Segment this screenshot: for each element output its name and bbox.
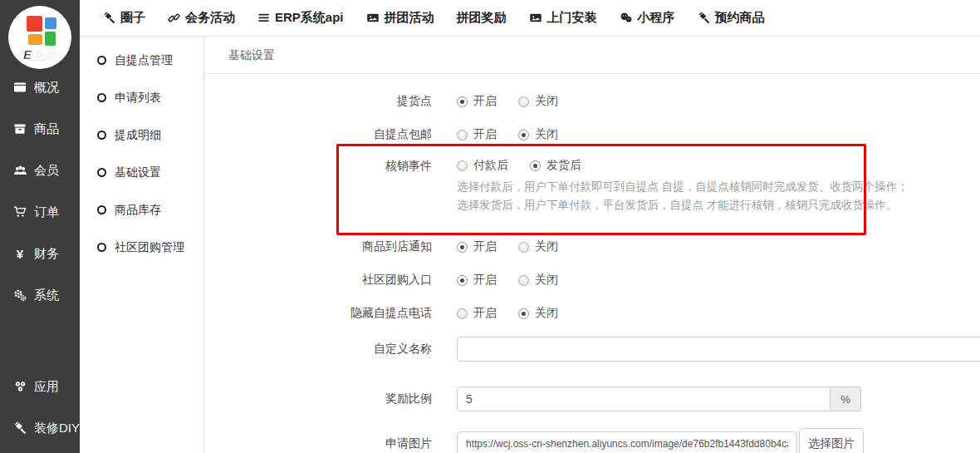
- submenu-item-pickup-management[interactable]: 自提点管理: [80, 42, 203, 79]
- radio-option-label: 开启: [473, 239, 497, 254]
- sidebar-item-label: 订单: [34, 204, 59, 220]
- link-icon: [168, 12, 180, 24]
- radio-option-on[interactable]: 开启: [457, 306, 497, 321]
- radio-option-label: 关闭: [535, 306, 558, 321]
- radio-option-label: 开启: [473, 94, 497, 109]
- radio-option-off[interactable]: 关闭: [518, 94, 558, 109]
- sidebar-item-goods[interactable]: 商品: [0, 108, 80, 150]
- radio-icon[interactable]: [518, 308, 529, 319]
- field-label: 自定义名称: [205, 342, 432, 357]
- circle-icon: [97, 56, 106, 65]
- radio-icon[interactable]: [457, 308, 468, 319]
- circle-icon: [97, 168, 106, 177]
- radio-option-after-payment[interactable]: 付款后: [457, 158, 508, 173]
- radio-icon[interactable]: [518, 275, 529, 286]
- gavel-icon: [12, 421, 27, 435]
- choose-image-button[interactable]: 选择图片: [799, 428, 864, 453]
- admin-settings-page: { "brand": { "name": "E企盈", "logo_colors…: [0, 0, 980, 453]
- apply-image-url-input[interactable]: [457, 431, 797, 453]
- image-icon: [529, 12, 542, 24]
- gavel-icon: [698, 12, 710, 24]
- submenu-item-basic-settings[interactable]: 基础设置: [80, 154, 203, 191]
- sidebar-item-label: 系统: [34, 288, 59, 303]
- bars-icon: [257, 12, 270, 24]
- topnav-item-conference-activity[interactable]: 会务活动: [168, 10, 235, 26]
- topnav-item-reserve-goods[interactable]: 预约商品: [698, 10, 765, 26]
- radio-option-on[interactable]: 开启: [457, 94, 497, 109]
- field-label: 自提点包邮: [205, 127, 432, 142]
- form-row-free-shipping: 自提点包邮 开启 关闭: [205, 118, 980, 151]
- field-label: 社区团购入口: [205, 273, 432, 288]
- radio-option-on[interactable]: 开启: [457, 239, 497, 254]
- submenu-item-label: 提成明细: [115, 128, 161, 143]
- submenu-item-label: 社区团购管理: [115, 240, 184, 255]
- gears-icon: [12, 288, 27, 302]
- radio-icon[interactable]: [518, 130, 529, 140]
- settings-form: 提货点 开启 关闭 自提点包邮 开启: [205, 74, 980, 453]
- circle-icon: [97, 205, 106, 214]
- brand-logo[interactable]: E企盈: [0, 0, 80, 75]
- radio-option-on[interactable]: 开启: [457, 127, 497, 142]
- sidebar-item-overview[interactable]: 概况: [0, 66, 80, 108]
- sidebar-item-decorate-diy[interactable]: 装修DIY: [0, 407, 80, 449]
- radio-icon[interactable]: [457, 130, 468, 140]
- radio-option-label: 开启: [473, 273, 497, 288]
- submenu-item-label: 申请列表: [115, 91, 161, 106]
- radio-option-off[interactable]: 关闭: [518, 273, 558, 288]
- brand-name: E企盈: [23, 47, 57, 62]
- submenu-item-apply-list[interactable]: 申请列表: [80, 79, 203, 116]
- image-icon: [366, 12, 380, 24]
- submenu-item-goods-stock[interactable]: 商品库存: [80, 191, 203, 229]
- radio-option-off[interactable]: 关闭: [518, 239, 558, 254]
- radio-icon[interactable]: [457, 160, 468, 171]
- topnav-item-erp-api[interactable]: ERP系统api: [257, 10, 344, 26]
- radio-icon[interactable]: [530, 160, 541, 171]
- radio-option-off[interactable]: 关闭: [518, 306, 558, 321]
- sidebar-item-members[interactable]: 会员: [0, 150, 80, 191]
- topnav-item-label: 圈子: [120, 10, 145, 26]
- secondary-menu: 自提点管理 申请列表 提成明细 基础设置 商品库存 社区团购管理: [80, 37, 204, 453]
- form-row-arrival-notice: 商品到店通知 开启 关闭: [205, 230, 980, 263]
- sidebar-item-finance[interactable]: ¥ 财务: [0, 233, 80, 274]
- radio-option-off[interactable]: 关闭: [518, 127, 558, 142]
- radio-option-label: 付款后: [473, 158, 508, 173]
- submenu-item-label: 自提点管理: [115, 53, 173, 68]
- form-row-custom-name: 自定义名称: [205, 332, 980, 366]
- submenu-item-community-group-management[interactable]: 社区团购管理: [80, 229, 203, 266]
- form-row-apply-image: 申请图片 选择图片: [205, 425, 980, 453]
- radio-icon[interactable]: [457, 242, 468, 253]
- main-sidebar: E企盈 概况 商品 会员 订单 ¥: [0, 0, 80, 453]
- radio-option-label: 开启: [473, 306, 497, 321]
- circle-icon: [97, 93, 106, 102]
- topnav-item-group-activity[interactable]: 拼团活动: [366, 10, 434, 26]
- help-text: 选择付款后，用户下单付款即可到自提点 自提，自提点核销同时完成发货、收货两个操作…: [457, 178, 909, 196]
- radio-icon[interactable]: [457, 96, 468, 107]
- sidebar-item-label: 概况: [34, 80, 59, 96]
- sidebar-item-label: 财务: [34, 246, 59, 262]
- wechat-icon: [620, 12, 633, 24]
- custom-name-input[interactable]: [457, 337, 980, 362]
- topnav-item-mini-program[interactable]: 小程序: [620, 10, 675, 26]
- radio-option-label: 开启: [473, 127, 497, 142]
- main-content: 基础设置 提货点 开启 关闭 自提点包邮 开启: [205, 37, 980, 453]
- reward-ratio-input[interactable]: [457, 387, 831, 411]
- form-row-reward-ratio: 奖励比例 %: [205, 382, 980, 416]
- topnav-item-door-install[interactable]: 上门安装: [529, 10, 597, 26]
- percent-addon: %: [831, 387, 861, 411]
- sidebar-item-label: 会员: [34, 163, 59, 179]
- topnav-item-circle[interactable]: 圈子: [103, 10, 145, 26]
- archive-icon: [12, 122, 27, 135]
- radio-icon[interactable]: [518, 96, 529, 107]
- sidebar-item-apps[interactable]: 应用: [0, 366, 80, 407]
- radio-icon[interactable]: [518, 242, 529, 253]
- radio-option-label: 发货后: [546, 158, 581, 173]
- sidebar-item-system[interactable]: 系统: [0, 274, 80, 316]
- radio-option-on[interactable]: 开启: [457, 273, 497, 288]
- topnav-item-group-reward[interactable]: 拼团奖励: [457, 10, 507, 26]
- radio-icon[interactable]: [457, 275, 468, 286]
- topnav-item-label: 拼团奖励: [457, 10, 507, 26]
- submenu-item-commission-detail[interactable]: 提成明细: [80, 116, 203, 154]
- sidebar-item-orders[interactable]: 订单: [0, 191, 80, 233]
- radio-option-after-shipment[interactable]: 发货后: [530, 158, 581, 173]
- top-nav: 圈子 会务活动 ERP系统api 拼团活动 拼团奖励 上门安装 小程序: [80, 0, 980, 37]
